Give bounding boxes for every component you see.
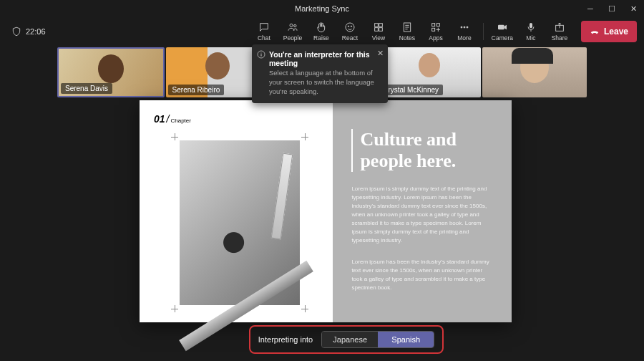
share-button[interactable]: Share xyxy=(547,18,572,45)
shield-icon xyxy=(11,27,21,37)
chat-icon xyxy=(258,21,270,33)
info-icon xyxy=(257,50,265,59)
minimize-button[interactable]: ─ xyxy=(580,0,601,17)
ellipsis-icon xyxy=(459,21,470,33)
view-button[interactable]: View xyxy=(366,18,391,45)
svg-point-1 xyxy=(294,24,296,27)
apps-icon xyxy=(430,21,441,33)
mic-icon xyxy=(525,21,537,33)
window-title: Marketing Sync xyxy=(295,4,349,13)
grid-icon xyxy=(373,21,384,33)
svg-rect-12 xyxy=(432,28,435,31)
raise-hand-button[interactable]: Raise xyxy=(308,18,334,45)
svg-point-0 xyxy=(290,24,293,27)
svg-rect-16 xyxy=(498,25,504,30)
svg-rect-10 xyxy=(432,24,435,27)
tooltip-body: Select a language at the bottom of your … xyxy=(269,69,381,96)
hand-icon xyxy=(316,21,327,33)
participant-name: Serena Ribeiro xyxy=(168,85,225,95)
meeting-toolbar: 22:06 Chat People Raise React View Notes… xyxy=(0,17,644,46)
svg-point-15 xyxy=(467,27,468,28)
camera-button[interactable]: Camera xyxy=(489,18,515,45)
slide-left-panel: 01/Chapter xyxy=(140,100,333,322)
svg-rect-8 xyxy=(379,28,383,32)
slide-photo xyxy=(180,140,300,305)
elapsed-time: 22:06 xyxy=(26,27,46,36)
svg-rect-6 xyxy=(379,24,383,27)
camera-icon xyxy=(497,21,508,33)
react-button[interactable]: React xyxy=(337,18,363,45)
video-tile[interactable]: Krystal McKinney xyxy=(377,47,482,97)
chapter-label: 01/Chapter xyxy=(154,113,318,125)
hangup-icon xyxy=(590,27,600,37)
people-icon xyxy=(287,21,298,33)
language-option-japanese[interactable]: Japanese xyxy=(322,332,378,347)
video-tile-self[interactable]: Serena Davis xyxy=(57,47,165,97)
tooltip-title: You're an interpreter for this meeting xyxy=(269,50,381,67)
leave-button[interactable]: Leave xyxy=(581,21,637,42)
participant-name: Serena Davis xyxy=(61,83,112,94)
separator xyxy=(483,23,484,40)
share-icon xyxy=(554,21,565,33)
svg-point-2 xyxy=(346,23,354,32)
mic-button[interactable]: Mic xyxy=(518,18,544,45)
svg-point-13 xyxy=(461,27,462,28)
close-button[interactable]: ✕ xyxy=(623,0,644,17)
slide-paragraph: Lorem ipsum is simply dummy text of the … xyxy=(351,185,493,245)
svg-point-14 xyxy=(464,27,465,28)
crop-mark-icon xyxy=(171,133,178,140)
notes-button[interactable]: Notes xyxy=(394,18,420,45)
language-toggle-group: Japanese Spanish xyxy=(321,331,434,348)
participant-name: Krystal McKinney xyxy=(379,85,443,95)
meeting-timer: 22:06 xyxy=(11,27,46,37)
video-tile[interactable] xyxy=(482,47,587,97)
slide-paragraph: Lorem ipsum has been the industry's stan… xyxy=(351,258,493,292)
slide-heading: Culture and people here. xyxy=(351,129,493,172)
svg-point-3 xyxy=(348,26,348,27)
slide-right-panel: Culture and people here. Lorem ipsum is … xyxy=(333,100,512,322)
shared-content[interactable]: 01/Chapter Culture and people here. Lore… xyxy=(140,100,512,322)
crop-mark-icon xyxy=(301,305,308,312)
crop-mark-icon xyxy=(301,133,308,140)
more-button[interactable]: More xyxy=(452,18,477,45)
smile-icon xyxy=(344,21,356,33)
svg-rect-21 xyxy=(261,54,262,57)
interpreter-bar-label: Interpreting into xyxy=(258,335,313,344)
svg-rect-5 xyxy=(375,24,379,27)
window-controls: ─ ☐ ✕ xyxy=(580,0,644,17)
notes-icon xyxy=(401,21,413,33)
people-button[interactable]: People xyxy=(280,18,306,45)
language-option-spanish[interactable]: Spanish xyxy=(378,332,434,347)
svg-rect-7 xyxy=(375,28,379,32)
svg-rect-11 xyxy=(436,24,439,27)
interpreter-tooltip: ✕ You're an interpreter for this meeting… xyxy=(252,44,388,103)
title-bar: Marketing Sync ─ ☐ ✕ xyxy=(0,0,644,17)
maximize-button[interactable]: ☐ xyxy=(601,0,623,17)
apps-button[interactable]: Apps xyxy=(423,18,449,45)
chat-button[interactable]: Chat xyxy=(251,18,277,45)
svg-rect-17 xyxy=(530,23,532,28)
svg-point-4 xyxy=(351,26,351,27)
tooltip-close-button[interactable]: ✕ xyxy=(377,49,384,58)
crop-mark-icon xyxy=(171,305,178,312)
interpreter-language-bar: Interpreting into Japanese Spanish xyxy=(249,325,444,354)
svg-point-20 xyxy=(261,53,262,54)
